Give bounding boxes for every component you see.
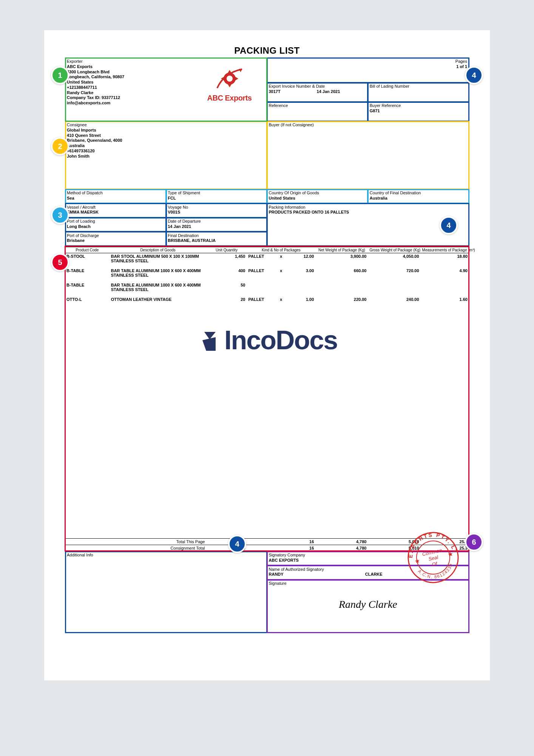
buyer-block: Buyer (If not Consignee) — [267, 121, 469, 189]
exporter-logo: ABC Exports — [198, 65, 262, 103]
total-page-net: 4,780 — [315, 539, 368, 545]
ref-label: Reference — [269, 103, 366, 108]
pod-cell: Port of Discharge Brisbane — [65, 232, 166, 246]
callout-badge-4-mid: 4 — [440, 216, 458, 234]
item-qty: 20 — [206, 296, 247, 302]
item-net: 3,900.00 — [315, 253, 368, 264]
company-seal: BC EXPORTS PTY. LTD. A.C.N. 86124230 Com… — [402, 526, 465, 589]
incodocs-icon — [197, 328, 223, 355]
invoice-date: 14 Jan 2021 — [317, 89, 340, 94]
item-x: x — [275, 268, 287, 278]
consignee-phone: +61497336120 — [67, 149, 265, 154]
consignee-name: Global Imports — [67, 128, 265, 133]
item-meas — [421, 282, 469, 293]
exporter-logo-text: ABC Exports — [198, 93, 262, 103]
item-kind — [247, 282, 275, 293]
th-net: Net Weight of Package (Kg) — [315, 247, 368, 253]
finaldest-cell: Final Destination BRISBANE, AUSTRALIA — [166, 232, 267, 246]
voyage-cell: Voyage No V001S — [166, 203, 267, 218]
item-desc: BAR STOOL ALUMINIUM 500 X 100 X 100MM ST… — [110, 253, 207, 264]
th-qty: Unit Quantity — [206, 247, 247, 253]
signature-image: Randy Clarke — [269, 598, 468, 611]
item-code: B-TABLE — [65, 268, 110, 278]
pol-label: Port of Loading — [67, 219, 164, 224]
pages-label: Pages — [269, 59, 468, 64]
invoice-cell: Export Invoice Number & Date 3017T 14 Ja… — [267, 83, 368, 102]
svg-text:★: ★ — [414, 558, 420, 565]
pages-value: 1 of 1 — [269, 64, 468, 70]
bol-label: Bill of Lading Number — [370, 84, 467, 89]
consignee-block: Consignee Global Imports 410 Queen Stree… — [65, 121, 267, 189]
callout-badge-2: 2 — [51, 137, 69, 155]
buyerref-cell: Buyer Reference G871 — [368, 102, 469, 121]
vessel-value: EMMA MAERSK — [67, 210, 164, 215]
document-title: PACKING LIST — [65, 45, 469, 56]
item-x — [275, 282, 287, 293]
consignee-city: Brisbane, Queensland, 4000 — [67, 138, 265, 143]
dispatch-value: Sea — [67, 196, 164, 201]
shiptype-value: FCL — [168, 196, 265, 201]
finaldest-value: BRISBANE, AUSTRALIA — [168, 238, 265, 243]
departure-cell: Date of Departure 14 Jan 2021 — [166, 218, 267, 232]
total-page-label: Total This Page — [65, 539, 206, 545]
watermark: IncoDocs — [197, 325, 337, 355]
ref-cell: Reference — [267, 102, 368, 121]
additional-info-block: Additional Info — [65, 552, 267, 633]
voyage-label: Voyage No — [168, 205, 265, 210]
pod-value: Brisbane — [67, 238, 164, 243]
gear-icon — [213, 65, 247, 92]
item-gross: 720.00 — [368, 268, 420, 278]
item-gross — [368, 282, 420, 293]
invoice-no: 3017T — [269, 89, 316, 94]
vessel-label: Vessel / Aircraft — [67, 205, 164, 210]
callout-badge-6: 6 — [465, 533, 483, 551]
consignee-street: 410 Queen Street — [67, 133, 265, 138]
destcountry-label: Country of Final Destination — [370, 191, 467, 196]
exporter-block: Exporter ABC Exports 4300 Longbeach Blvd… — [65, 58, 267, 121]
item-desc: OTTOMAN LEATHER VINTAGE — [110, 296, 207, 302]
origin-cell: Country Of Origin of Goods United States — [267, 189, 368, 204]
item-x: x — [275, 253, 287, 264]
invoice-label: Export Invoice Number & Date — [269, 84, 366, 89]
signature-cell: Signature Randy Clarke — [267, 580, 469, 633]
exporter-label: Exporter — [67, 59, 265, 64]
departure-label: Date of Departure — [168, 219, 265, 224]
item-gross: 240.00 — [368, 296, 420, 302]
item-pkgs: 3.00 — [287, 268, 315, 278]
item-gross: 4,050.00 — [368, 253, 420, 264]
pod-label: Port of Discharge — [67, 233, 164, 239]
packing-list-document: 1 2 3 4 4 5 4 6 PACKING LIST Exporter AB… — [44, 30, 490, 680]
consignee-contact: John Smith — [67, 154, 265, 159]
packing-label: Packing Information — [269, 205, 468, 210]
item-row: B-STOOLBAR STOOL ALUMINIUM 500 X 100 X 1… — [65, 253, 469, 264]
shiptype-cell: Type of Shipment FCL — [166, 189, 267, 204]
item-code: B-TABLE — [65, 282, 110, 293]
pol-value: Long Beach — [67, 224, 164, 229]
th-meas: Measurements of Package (m³) — [421, 247, 469, 253]
item-net: 220.00 — [315, 296, 368, 302]
item-qty: 50 — [206, 282, 247, 293]
total-cons-net: 4,780 — [315, 545, 368, 552]
consignee-country: Australia — [67, 143, 265, 149]
item-kind: PALLET — [247, 268, 275, 278]
item-x: x — [275, 296, 287, 302]
items-block: Product Code Description of Goods Unit Q… — [65, 246, 469, 551]
item-pkgs: 1.00 — [287, 296, 315, 302]
voyage-value: V001S — [168, 210, 265, 215]
th-gross: Gross Weight of Package (Kg) — [368, 247, 420, 253]
item-row: B-TABLEBAR TABLE ALUMINIUM 1000 X 600 X … — [65, 282, 469, 293]
bol-cell: Bill of Lading Number — [368, 83, 469, 102]
total-cons-pkgs: 16 — [247, 545, 315, 552]
item-code: B-STOOL — [65, 253, 110, 264]
origin-label: Country Of Origin of Goods — [269, 191, 366, 196]
item-code: OTTO-L — [65, 296, 110, 302]
callout-badge-3: 3 — [51, 206, 69, 224]
callout-badge-4-top: 4 — [465, 66, 483, 84]
item-kind: PALLET — [247, 253, 275, 264]
dispatch-label: Method of Dispatch — [67, 191, 164, 196]
total-cons-label: Consignment Total — [65, 545, 206, 552]
buyerref-label: Buyer Reference — [370, 103, 467, 108]
additional-label: Additional Info — [67, 553, 265, 558]
th-desc: Description of Goods — [110, 247, 207, 253]
th-kind: Kind & No of Packages — [247, 247, 315, 253]
